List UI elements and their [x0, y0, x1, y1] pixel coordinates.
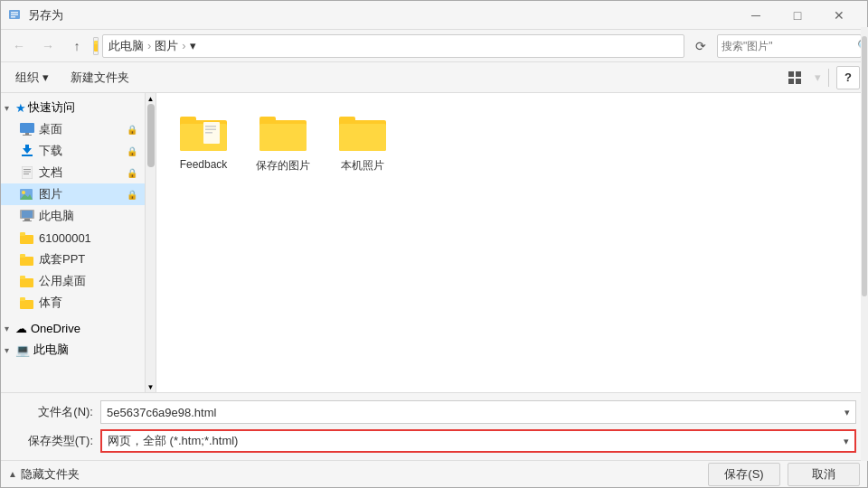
pin-icon-dl: 🔒 [127, 146, 137, 156]
search-input[interactable] [722, 40, 857, 52]
quick-access-header[interactable]: ▾ ★ 快速访问 [1, 97, 145, 118]
folder-local-photos-name: 本机照片 [341, 158, 384, 174]
sidebar-item-folder4-label: 体育 [39, 295, 137, 311]
this-pc-section-header[interactable]: ▾ 💻 此电脑 [1, 339, 145, 361]
sidebar-item-desktop[interactable]: 桌面 🔒 [1, 118, 145, 140]
help-button[interactable]: ? [836, 66, 860, 89]
sidebar-item-folder2-label: 成套PPT [39, 251, 137, 267]
filetype-label: 保存类型(T): [12, 433, 93, 449]
folder-saved-pictures-name: 保存的图片 [256, 158, 310, 174]
sidebar-item-folder1-label: 61000001 [39, 231, 137, 245]
sidebar-item-folder4[interactable]: 体育 [1, 292, 145, 314]
svg-rect-8 [788, 79, 794, 84]
filename-dropdown-arrow[interactable]: ▾ [844, 407, 850, 418]
refresh-button[interactable]: ⟳ [688, 33, 713, 59]
maximize-button[interactable]: □ [777, 1, 818, 30]
desktop-icon [19, 121, 35, 137]
svg-rect-4 [94, 43, 98, 52]
sidebar: ▾ ★ 快速访问 桌面 🔒 下载 [1, 93, 146, 392]
scroll-down-btn[interactable]: ▼ [146, 381, 156, 392]
forward-button[interactable]: → [35, 33, 61, 59]
scroll-up-btn[interactable]: ▲ [146, 93, 156, 104]
sidebar-item-downloads[interactable]: 下载 🔒 [1, 140, 145, 162]
sidebar-item-this-pc[interactable]: 此电脑 [1, 205, 145, 227]
breadcrumb-root: 此电脑 [108, 38, 144, 54]
dialog-icon [8, 8, 23, 23]
svg-rect-40 [205, 132, 212, 134]
chevron-icon: ▲ [8, 469, 17, 479]
svg-rect-7 [796, 71, 801, 77]
hidden-files-button[interactable]: ▲ 隐藏文件夹 [8, 466, 80, 483]
organize-button[interactable]: 组织 ▾ [8, 66, 56, 89]
search-box[interactable]: 🔍 [717, 34, 862, 58]
svg-rect-27 [20, 232, 25, 236]
filename-row: 文件名(N): 5e5637c6a9e98.html ▾ [12, 400, 856, 424]
pc-icon [19, 208, 35, 224]
nav-toolbar: ← → ↑ 此电脑 › 图片 › ▾ ⟳ 🔍 [1, 30, 867, 62]
new-folder-button[interactable]: 新建文件夹 [63, 66, 137, 89]
picture-icon [19, 186, 35, 202]
sidebar-item-pictures-label: 图片 [39, 186, 123, 202]
svg-rect-43 [259, 124, 307, 151]
quick-access-label: 快速访问 [28, 99, 75, 116]
pin-icon-pic: 🔒 [127, 190, 137, 200]
svg-rect-45 [339, 117, 355, 124]
back-button[interactable]: ← [6, 33, 32, 59]
sidebar-item-documents[interactable]: 文档 🔒 [1, 162, 145, 183]
filename-input[interactable]: 5e5637c6a9e98.html ▾ [100, 400, 856, 424]
folder-icon-nav [93, 37, 99, 55]
svg-rect-33 [20, 297, 25, 301]
this-pc-expand: ▾ [5, 345, 15, 355]
file-area: Feedback 保存的图片 [156, 93, 867, 392]
footer-row: ▲ 隐藏文件夹 保存(S) 取消 [1, 460, 867, 487]
svg-rect-6 [788, 71, 794, 77]
svg-rect-10 [20, 123, 34, 133]
folder-saved-pictures[interactable]: 保存的图片 [247, 104, 319, 179]
onedrive-header[interactable]: ▾ ☁ OneDrive [1, 317, 145, 339]
download-icon [19, 143, 35, 159]
sidebar-item-folder3[interactable]: 公用桌面 [1, 270, 145, 292]
folder-feedback[interactable]: Feedback [167, 104, 240, 179]
svg-rect-23 [22, 211, 33, 218]
svg-rect-11 [25, 133, 29, 135]
svg-rect-24 [24, 219, 30, 221]
breadcrumb-current: 图片 [155, 38, 178, 54]
minimize-button[interactable]: ─ [735, 1, 777, 30]
svg-rect-9 [796, 79, 801, 84]
folder-local-photos[interactable]: 本机照片 [326, 104, 399, 179]
onedrive-label: OneDrive [31, 322, 80, 335]
svg-rect-30 [20, 278, 33, 287]
filename-value: 5e5637c6a9e98.html [107, 406, 844, 419]
this-pc-icon-sidebar: 💻 [15, 343, 30, 357]
sidebar-item-folder2[interactable]: 成套PPT [1, 249, 145, 270]
onedrive-icon: ☁ [15, 322, 27, 335]
close-button[interactable]: ✕ [818, 1, 860, 30]
sidebar-item-pictures[interactable]: 图片 🔒 [1, 183, 145, 205]
filetype-dropdown-arrow: ▾ [844, 436, 849, 447]
svg-rect-16 [24, 169, 31, 170]
document-icon [19, 164, 35, 181]
sidebar-item-desktop-label: 桌面 [39, 121, 123, 137]
dialog-buttons: 保存(S) 取消 [708, 463, 860, 486]
sidebar-scrollbar[interactable]: ▲ ▼ [146, 93, 156, 392]
folder-feedback-name: Feedback [180, 158, 228, 171]
svg-rect-5 [94, 41, 98, 44]
expand-arrow: ▾ [5, 103, 15, 113]
save-button[interactable]: 保存(S) [708, 463, 780, 486]
action-bar: 组织 ▾ 新建文件夹 ▾ ? [1, 62, 867, 93]
title-buttons: ─ □ ✕ [735, 1, 860, 30]
folder2-icon [19, 251, 35, 267]
sidebar-item-folder1[interactable]: 61000001 [1, 227, 145, 249]
local-photos-icon [337, 109, 388, 155]
view-button[interactable] [782, 66, 807, 89]
scroll-thumb [147, 104, 155, 167]
new-folder-label: 新建文件夹 [71, 70, 129, 86]
cancel-button[interactable]: 取消 [788, 463, 860, 486]
breadcrumb-dropdown: ▾ [190, 39, 196, 52]
quick-access-star: ★ [15, 101, 26, 115]
dialog-title: 另存为 [28, 7, 735, 23]
breadcrumb[interactable]: 此电脑 › 图片 › ▾ [102, 34, 684, 58]
svg-rect-28 [20, 257, 33, 266]
filetype-dropdown[interactable]: 网页，全部 (*.htm;*.html) ▾ [100, 429, 856, 453]
up-button[interactable]: ↑ [64, 33, 90, 59]
